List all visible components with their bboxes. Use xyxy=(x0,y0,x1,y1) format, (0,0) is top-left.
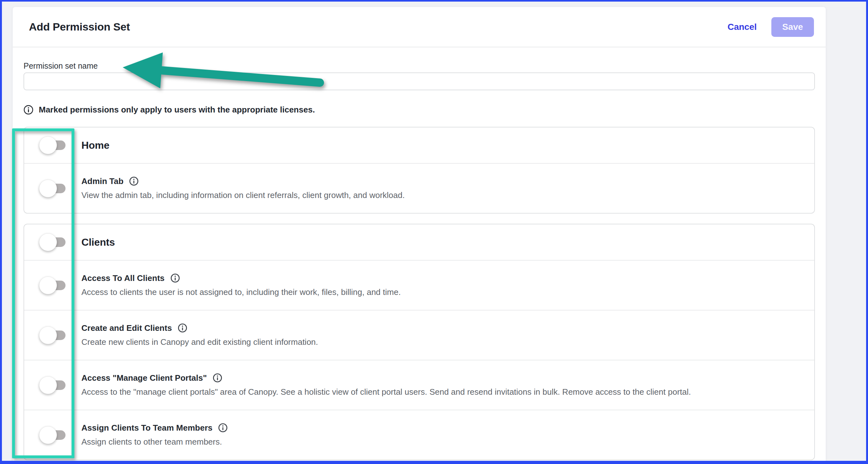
permission-group-clients: Clients Access To All Clients xyxy=(24,224,815,460)
toggle-cell xyxy=(24,280,82,290)
toggle-knob xyxy=(39,233,57,251)
toggle-knob xyxy=(39,276,57,294)
permission-group-home: Home Admin Tab xyxy=(24,127,815,213)
permission-label: Access "Manage Client Portals" xyxy=(82,373,207,383)
save-button[interactable]: Save xyxy=(771,17,814,37)
permission-row: Admin Tab View the admin tab, including … xyxy=(24,163,814,213)
toggle-cell xyxy=(24,140,82,150)
toggle-knob xyxy=(39,136,57,154)
info-icon[interactable] xyxy=(178,323,187,333)
permission-row: Create and Edit Clients Create new clien… xyxy=(24,310,814,360)
permission-description: View the admin tab, including informatio… xyxy=(82,190,805,201)
permission-label: Access To All Clients xyxy=(82,273,165,283)
toggle-cell xyxy=(24,331,82,340)
license-info-text: Marked permissions only apply to users w… xyxy=(39,105,315,115)
create-edit-clients-toggle[interactable] xyxy=(40,331,65,340)
row-content: Create and Edit Clients Create new clien… xyxy=(82,323,814,347)
toggle-knob xyxy=(39,376,57,394)
toggle-cell xyxy=(24,380,82,390)
toggle-cell xyxy=(24,430,82,440)
info-icon[interactable] xyxy=(129,176,138,186)
header-actions: Cancel Save xyxy=(727,17,814,37)
cancel-button[interactable]: Cancel xyxy=(727,22,757,32)
toggle-cell xyxy=(24,184,82,193)
permission-row: Access To All Clients Access to clients … xyxy=(24,260,814,310)
info-icon[interactable] xyxy=(170,273,180,283)
permission-label: Create and Edit Clients xyxy=(82,323,172,333)
toggle-knob xyxy=(39,326,57,344)
permission-set-name-input[interactable] xyxy=(24,72,815,90)
clients-toggle[interactable] xyxy=(40,237,65,247)
toggle-knob xyxy=(39,179,57,197)
page-title: Add Permission Set xyxy=(29,21,130,33)
permission-description: Access to clients the user is not assign… xyxy=(82,287,805,297)
assign-clients-toggle[interactable] xyxy=(40,430,65,440)
add-permission-set-panel: Add Permission Set Cancel Save Permissio… xyxy=(13,7,826,462)
permission-description: Assign clients to other team members. xyxy=(82,436,805,447)
row-content: Assign Clients To Team Members Assign cl… xyxy=(82,423,814,447)
permission-row: Assign Clients To Team Members Assign cl… xyxy=(24,410,814,460)
access-to-all-clients-toggle[interactable] xyxy=(40,280,65,290)
permission-label: Admin Tab xyxy=(82,176,123,186)
info-icon xyxy=(24,105,33,115)
info-icon[interactable] xyxy=(213,373,222,383)
group-header-row: Clients xyxy=(24,224,814,260)
permission-description: Create new clients in Canopy and edit ex… xyxy=(82,337,805,347)
toggle-cell xyxy=(24,237,82,247)
toggle-knob xyxy=(39,426,57,444)
permission-label: Assign Clients To Team Members xyxy=(82,423,212,433)
row-content: Access "Manage Client Portals" Access to… xyxy=(82,373,814,397)
app-window: Add Permission Set Cancel Save Permissio… xyxy=(0,0,868,464)
panel-header: Add Permission Set Cancel Save xyxy=(13,7,826,47)
group-title: Clients xyxy=(82,236,805,248)
permission-row: Access "Manage Client Portals" Access to… xyxy=(24,360,814,410)
group-title: Home xyxy=(82,139,805,151)
group-header-row: Home xyxy=(24,127,814,163)
admin-tab-toggle[interactable] xyxy=(40,184,65,193)
row-content: Home xyxy=(82,139,814,151)
row-content: Access To All Clients Access to clients … xyxy=(82,273,814,297)
row-content: Clients xyxy=(82,236,814,248)
permission-set-name-label: Permission set name xyxy=(24,47,815,71)
permission-description: Access to the "manage client portals" ar… xyxy=(82,387,805,397)
panel-body: Permission set name Marked permissions o… xyxy=(13,47,826,460)
license-info-banner: Marked permissions only apply to users w… xyxy=(24,105,815,115)
manage-client-portals-toggle[interactable] xyxy=(40,380,65,390)
home-toggle[interactable] xyxy=(40,140,65,150)
info-icon[interactable] xyxy=(218,423,228,433)
row-content: Admin Tab View the admin tab, including … xyxy=(82,176,814,201)
